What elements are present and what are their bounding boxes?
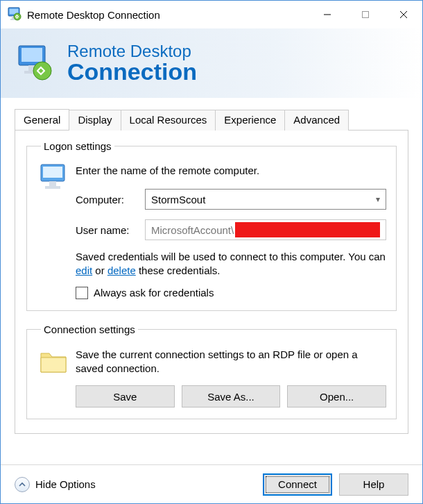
rdp-hero-icon: [16, 44, 53, 82]
monitor-icon: [37, 162, 76, 197]
svg-rect-10: [21, 48, 42, 62]
username-field[interactable]: MicrosoftAccount\: [145, 219, 386, 240]
window-controls: [308, 1, 422, 28]
always-ask-label: Always ask for credentials: [94, 287, 214, 299]
svg-point-13: [33, 62, 51, 80]
logon-settings-group: Logon settings Enter the name of the rem…: [26, 140, 397, 311]
svg-rect-17: [45, 186, 60, 189]
svg-rect-6: [362, 12, 368, 18]
save-button[interactable]: Save: [76, 385, 175, 408]
tab-advanced[interactable]: Advanced: [284, 110, 349, 131]
connection-buttons: Save Save As... Open...: [76, 385, 386, 408]
window-title: Remote Desktop Connection: [27, 9, 160, 21]
chevron-down-icon: ▾: [376, 194, 380, 204]
tab-local-resources[interactable]: Local Resources: [121, 110, 216, 131]
computer-value: StormScout: [151, 194, 205, 205]
connection-settings-legend: Connection settings: [41, 324, 138, 335]
hide-options-link[interactable]: Hide Options: [35, 478, 96, 490]
edit-credentials-link[interactable]: edit: [76, 264, 92, 276]
help-button[interactable]: Help: [339, 473, 408, 496]
computer-label: Computer:: [76, 194, 145, 205]
username-label: User name:: [76, 224, 145, 236]
header-line2: Connection: [67, 60, 197, 85]
tab-strip: General Display Local Resources Experien…: [15, 109, 408, 130]
computer-combobox[interactable]: StormScout ▾: [145, 189, 386, 210]
maximize-button[interactable]: [346, 1, 384, 28]
always-ask-row[interactable]: Always ask for credentials: [76, 287, 386, 299]
folder-icon: [37, 345, 76, 380]
open-button[interactable]: Open...: [287, 385, 386, 408]
header-banner: Remote Desktop Connection: [1, 28, 422, 98]
tab-general[interactable]: General: [15, 109, 69, 130]
tab-display[interactable]: Display: [69, 110, 121, 131]
tab-panel-general: Logon settings Enter the name of the rem…: [15, 130, 408, 434]
logon-instruction: Enter the name of the remote computer.: [76, 165, 386, 176]
save-as-button[interactable]: Save As...: [182, 385, 281, 408]
tab-experience[interactable]: Experience: [215, 110, 285, 131]
connect-button[interactable]: Connect: [263, 473, 332, 496]
svg-point-4: [14, 13, 21, 20]
username-redacted: [235, 222, 380, 237]
connection-settings-group: Connection settings Save the current con…: [26, 324, 397, 420]
logon-settings-legend: Logon settings: [41, 140, 114, 152]
delete-credentials-link[interactable]: delete: [107, 264, 136, 276]
saved-credentials-text: Saved credentials will be used to connec…: [76, 250, 386, 278]
username-prefix: MicrosoftAccount\: [151, 224, 234, 236]
minimize-button[interactable]: [308, 1, 346, 28]
close-button[interactable]: [384, 1, 422, 28]
header-title-block: Remote Desktop Connection: [67, 42, 197, 85]
svg-rect-16: [49, 181, 56, 186]
title-bar: Remote Desktop Connection: [1, 1, 422, 28]
collapse-icon[interactable]: [15, 477, 30, 492]
always-ask-checkbox[interactable]: [76, 287, 88, 299]
connection-settings-text: Save the current connection settings to …: [76, 348, 386, 376]
footer-bar: Hide Options Connect Help: [1, 464, 422, 503]
svg-rect-15: [43, 167, 62, 178]
app-icon: [8, 7, 21, 23]
main-content: General Display Local Resources Experien…: [1, 98, 422, 464]
header-line1: Remote Desktop: [67, 42, 197, 60]
